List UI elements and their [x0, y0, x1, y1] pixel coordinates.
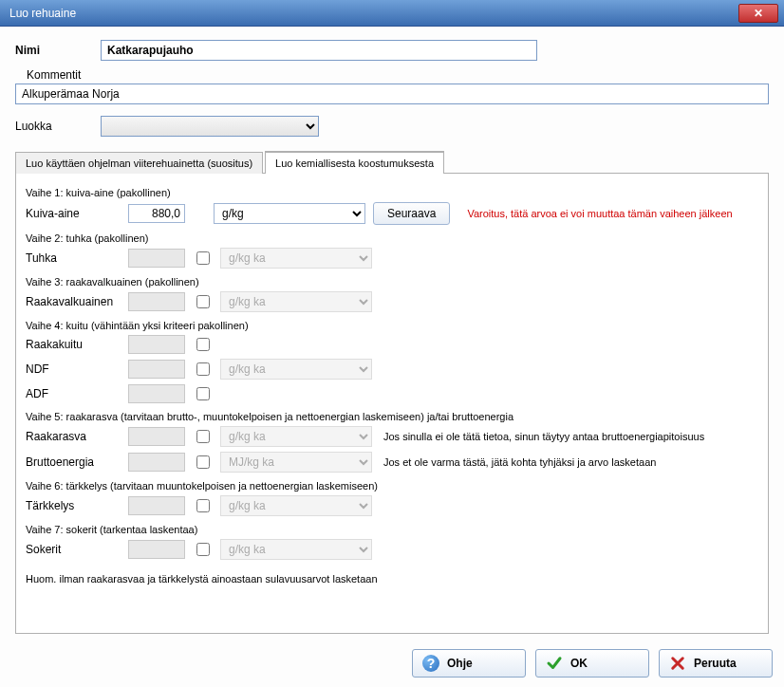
class-label: Luokka: [15, 120, 101, 133]
check-icon: [546, 655, 563, 672]
stage7-title: Vaihe 7: sokerit (tarkentaa laskentaa): [26, 524, 758, 535]
footer-note: Huom. ilman raakarasvaa ja tärkkelystä a…: [26, 573, 758, 585]
ok-button[interactable]: OK: [535, 649, 649, 678]
dry-matter-input[interactable]: [128, 204, 185, 223]
comments-input[interactable]: [15, 84, 769, 104]
fat-info: Jos sinulla ei ole tätä tietoa, sinun tä…: [383, 431, 704, 442]
fat-input: [128, 427, 185, 446]
cancel-button[interactable]: Peruuta: [659, 649, 773, 678]
next-button[interactable]: Seuraava: [373, 202, 450, 225]
tab-pane-chemical: Vaihe 1: kuiva-aine (pakollinen) Kuiva-a…: [15, 173, 769, 634]
crude-fibre-input: [128, 335, 185, 354]
gross-energy-label: Bruttoenergia: [26, 455, 121, 469]
stage2-title: Vaihe 2: tuhka (pakollinen): [26, 232, 758, 244]
help-icon: ?: [422, 655, 439, 672]
ash-unit: g/kg ka: [220, 248, 372, 269]
close-icon: ✕: [754, 7, 763, 20]
stage5-title: Vaihe 5: raakarasva (tarvitaan brutto-, …: [26, 411, 758, 422]
sugars-unit: g/kg ka: [220, 539, 372, 560]
tab-reference[interactable]: Luo käyttäen ohjelman viiterehuainetta (…: [15, 152, 263, 174]
fat-unit: g/kg ka: [220, 426, 372, 447]
protein-unit: g/kg ka: [220, 291, 372, 312]
name-label: Nimi: [15, 44, 101, 57]
stage6-title: Vaihe 6: tärkkelys (tarvitaan muuntokelp…: [26, 480, 758, 492]
dry-matter-warning: Varoitus, tätä arvoa ei voi muuttaa tämä…: [467, 208, 732, 219]
titlebar: Luo rehuaine ✕: [0, 0, 784, 27]
gross-energy-info: Jos et ole varma tästä, jätä kohta tyhjä…: [383, 456, 656, 468]
dry-matter-label: Kuiva-aine: [26, 207, 121, 220]
protein-input: [128, 292, 185, 311]
help-button[interactable]: ? Ohje: [412, 649, 526, 678]
window-title: Luo rehuaine: [9, 7, 738, 20]
crude-fibre-checkbox[interactable]: [196, 338, 210, 351]
ndf-unit: g/kg ka: [220, 359, 372, 380]
tab-chemical[interactable]: Luo kemiallisesta koostumuksesta: [265, 151, 444, 174]
adf-label: ADF: [26, 387, 121, 400]
fat-label: Raakarasva: [26, 430, 121, 443]
cancel-icon: [669, 655, 686, 672]
ndf-checkbox[interactable]: [196, 362, 210, 376]
dry-matter-unit[interactable]: g/kg: [214, 203, 365, 224]
gross-energy-checkbox[interactable]: [196, 455, 210, 469]
gross-energy-unit: MJ/kg ka: [220, 452, 372, 473]
protein-checkbox[interactable]: [196, 295, 210, 308]
sugars-checkbox[interactable]: [196, 543, 210, 556]
cancel-button-label: Peruuta: [694, 657, 737, 670]
ndf-input: [128, 360, 185, 379]
protein-label: Raakavalkuainen: [26, 295, 121, 308]
class-select[interactable]: [101, 116, 319, 137]
window-close-button[interactable]: ✕: [738, 4, 778, 23]
stage4-title: Vaihe 4: kuitu (vähintään yksi kriteeri …: [26, 320, 758, 331]
stage3-title: Vaihe 3: raakavalkuainen (pakollinen): [26, 276, 758, 288]
ash-label: Tuhka: [26, 251, 121, 265]
starch-label: Tärkkelys: [26, 499, 121, 512]
fat-checkbox[interactable]: [196, 430, 210, 443]
stage1-title: Vaihe 1: kuiva-aine (pakollinen): [26, 187, 758, 198]
starch-input: [128, 496, 185, 515]
ash-checkbox[interactable]: [196, 251, 210, 265]
starch-checkbox[interactable]: [196, 499, 210, 512]
ndf-label: NDF: [26, 362, 121, 376]
crude-fibre-label: Raakakuitu: [26, 338, 121, 351]
gross-energy-input: [128, 453, 185, 472]
comments-label: Kommentit: [27, 68, 769, 82]
adf-checkbox[interactable]: [196, 387, 210, 400]
ash-input: [128, 249, 185, 268]
starch-unit: g/kg ka: [220, 495, 372, 516]
sugars-label: Sokerit: [26, 543, 121, 556]
help-button-label: Ohje: [447, 657, 473, 670]
name-input[interactable]: [101, 40, 537, 61]
sugars-input: [128, 540, 185, 559]
ok-button-label: OK: [570, 657, 588, 670]
adf-input: [128, 384, 185, 403]
